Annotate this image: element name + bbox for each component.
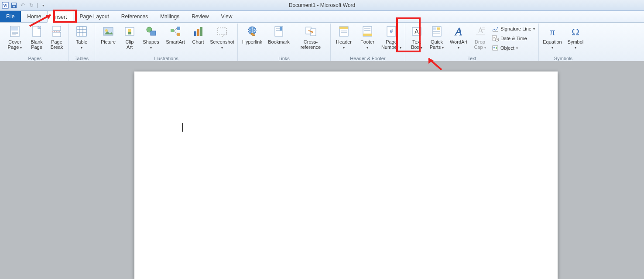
svg-text:A: A — [478, 26, 483, 35]
equation-icon: π — [545, 24, 559, 38]
footer-button[interactable]: Footer▾ — [357, 24, 378, 51]
symbol-label: Symbol▾ — [568, 39, 584, 51]
clipart-icon — [123, 24, 137, 38]
svg-rect-69 — [493, 47, 495, 48]
crossref-button[interactable]: Cross-reference — [294, 24, 328, 50]
smartart-icon — [168, 24, 182, 38]
svg-rect-26 — [171, 29, 174, 32]
tab-mailings[interactable]: Mailings — [154, 11, 185, 22]
datetime-label: Date & Time — [500, 36, 527, 41]
signature-line-label: Signature Line — [500, 26, 531, 31]
shapes-button[interactable]: Shapes▾ — [140, 24, 161, 51]
screenshot-label: Screenshot▾ — [210, 39, 234, 51]
blank-page-label: Blank Page — [31, 39, 43, 50]
svg-text:5: 5 — [493, 37, 495, 40]
hyperlink-button[interactable]: Hyperlink — [240, 24, 264, 44]
window-title: Document1 - Microsoft Word — [0, 0, 644, 10]
textbox-icon: A — [410, 24, 424, 38]
group-links: Hyperlink Bookmark Cross-reference Links — [238, 24, 331, 62]
group-text: A Text Box ▾ Quick Parts ▾ A WordArt▾ A … — [405, 24, 539, 62]
chart-button[interactable]: Chart — [189, 24, 207, 44]
wordart-icon: A — [452, 24, 466, 38]
bookmark-button[interactable]: Bookmark — [267, 24, 291, 44]
screenshot-button[interactable]: Screenshot▾ — [209, 24, 235, 51]
datetime-icon: 5 — [492, 35, 499, 42]
tab-references[interactable]: References — [115, 11, 154, 22]
svg-rect-29 — [194, 31, 196, 36]
table-label: Table▾ — [76, 39, 87, 51]
tab-review[interactable]: Review — [185, 11, 215, 22]
group-symbols: π Equation▾ Ω Symbol▾ Symbols — [539, 24, 588, 62]
svg-rect-70 — [496, 47, 497, 49]
chart-icon — [191, 24, 205, 38]
hyperlink-label: Hyperlink — [242, 39, 262, 44]
equation-label: Equation▾ — [543, 39, 562, 51]
hyperlink-icon — [245, 24, 259, 38]
cover-page-icon — [8, 24, 22, 38]
wordart-label: WordArt▾ — [450, 39, 467, 51]
svg-text:π: π — [550, 26, 555, 37]
tab-home[interactable]: Home — [21, 11, 47, 22]
svg-rect-45 — [363, 34, 372, 36]
table-button[interactable]: Table▾ — [71, 24, 92, 51]
table-icon — [75, 24, 89, 38]
page-number-button[interactable]: # Page Number ▾ — [380, 24, 402, 51]
text-cursor — [182, 123, 183, 132]
clipart-label: Clip Art — [126, 39, 134, 50]
chart-label: Chart — [192, 39, 204, 44]
svg-text:A: A — [414, 28, 419, 35]
cover-page-label: Cover Page ▾ — [8, 39, 22, 51]
object-button[interactable]: Object ▾ — [491, 44, 536, 52]
group-tables: Table▾ Tables — [69, 24, 95, 62]
signature-line-button[interactable]: Signature Line ▾ — [491, 24, 536, 33]
smartart-label: SmartArt — [166, 39, 185, 44]
symbol-icon: Ω — [569, 24, 582, 38]
header-label: Header▾ — [336, 39, 352, 51]
page-break-label: Page Break — [51, 39, 63, 50]
smartart-button[interactable]: SmartArt — [164, 24, 187, 44]
svg-rect-12 — [53, 32, 61, 37]
signature-line-icon — [492, 25, 499, 32]
crossref-icon — [304, 24, 318, 38]
page-number-label: Page Number ▾ — [381, 39, 401, 51]
picture-label: Picture — [101, 39, 116, 44]
dropcap-icon: A — [473, 24, 487, 38]
quickparts-button[interactable]: Quick Parts ▾ — [428, 24, 445, 51]
svg-text:A: A — [454, 25, 462, 38]
header-icon — [337, 24, 351, 38]
textbox-label: Text Box ▾ — [411, 39, 422, 51]
blank-page-button[interactable]: Blank Page — [28, 24, 45, 50]
picture-button[interactable]: Picture — [98, 24, 119, 44]
bookmark-label: Bookmark — [268, 39, 290, 44]
page-break-button[interactable]: Page Break — [48, 24, 65, 50]
tab-page-layout[interactable]: Page Layout — [73, 11, 115, 22]
symbol-button[interactable]: Ω Symbol▾ — [566, 24, 585, 51]
object-icon — [492, 44, 499, 51]
document-page[interactable] — [134, 71, 558, 279]
wordart-button[interactable]: A WordArt▾ — [448, 24, 469, 51]
ribbon: Cover Page ▾ Blank Page Page Break Pages… — [0, 23, 644, 62]
equation-button[interactable]: π Equation▾ — [541, 24, 563, 51]
dropcap-button[interactable]: A Drop Cap ▾ — [472, 24, 488, 51]
tab-file[interactable]: File — [0, 11, 21, 22]
group-header-footer: Header▾ Footer▾ # Page Number ▾ Header &… — [331, 24, 405, 62]
page-break-icon — [50, 24, 64, 38]
shapes-icon — [144, 24, 158, 38]
cover-page-button[interactable]: Cover Page ▾ — [4, 24, 25, 51]
svg-rect-41 — [339, 27, 348, 29]
object-label: Object — [500, 45, 514, 51]
dropcap-label: Drop Cap ▾ — [474, 39, 486, 51]
picture-icon — [101, 24, 115, 38]
tab-view[interactable]: View — [215, 11, 239, 22]
footer-icon — [360, 24, 374, 38]
shapes-label: Shapes▾ — [143, 39, 159, 51]
datetime-button[interactable]: 5 Date & Time — [491, 34, 536, 43]
clipart-button[interactable]: Clip Art — [121, 24, 138, 50]
svg-rect-30 — [197, 29, 199, 36]
svg-rect-25 — [151, 31, 156, 35]
svg-text:Ω: Ω — [572, 26, 579, 37]
tab-insert[interactable]: Insert — [47, 11, 73, 23]
bookmark-icon — [272, 24, 286, 38]
textbox-button[interactable]: A Text Box ▾ — [408, 24, 425, 51]
header-button[interactable]: Header▾ — [333, 24, 354, 51]
